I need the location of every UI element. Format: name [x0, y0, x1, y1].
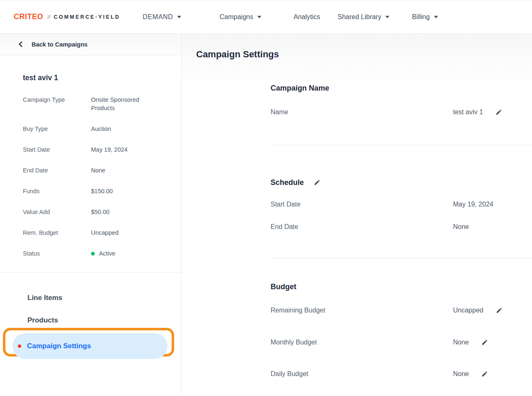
campaign-settings-panel: Campaign Settings Campaign Name Name tes… — [182, 34, 532, 396]
sidebar-item-line-items[interactable]: Line Items — [0, 287, 181, 309]
detail-row-campaign-type: Campaign Type Onsite Sponsored Products — [23, 96, 158, 112]
demand-dropdown[interactable]: DEMAND — [143, 13, 181, 21]
back-link-label: Back to Campaigns — [32, 41, 88, 48]
click-indicator-dot — [18, 344, 21, 348]
campaign-name-heading: Campaign Name — [271, 84, 532, 93]
status-active-dot-icon — [91, 252, 95, 256]
budget-heading: Budget — [271, 282, 532, 291]
chevron-down-icon — [177, 16, 181, 18]
nav-shared-library[interactable]: Shared Library — [337, 13, 389, 21]
edit-remaining-budget-button[interactable] — [496, 307, 502, 314]
monthly-budget-value: None — [453, 338, 469, 347]
section-campaign-name: Campaign Name Name test aviv 1 — [271, 84, 532, 145]
detail-row-start-date: Start Date May 19, 2024 — [23, 145, 158, 154]
setting-row-end-date: End Date None — [271, 223, 532, 231]
status-badge: Active — [99, 249, 116, 258]
campaign-sidebar: Back to Campaigns test aviv 1 Campaign T… — [0, 34, 182, 396]
nav-campaigns[interactable]: Campaigns — [219, 13, 261, 21]
detail-row-status: Status Active — [23, 249, 158, 258]
edit-schedule-button[interactable] — [314, 179, 320, 186]
criteo-logo: CRITEO — [14, 12, 43, 21]
campaign-summary: test aviv 1 Campaign Type Onsite Sponsor… — [0, 55, 181, 258]
campaign-name-title: test aviv 1 — [23, 74, 158, 82]
sidebar-item-campaign-settings[interactable]: Campaign Settings — [12, 333, 167, 359]
chevron-down-icon — [434, 16, 438, 18]
campaign-section-nav: Line Items Products Campaign Settings — [0, 273, 181, 359]
chevron-down-icon — [385, 16, 389, 18]
edit-daily-budget-button[interactable] — [481, 371, 488, 377]
setting-row-monthly-budget: Monthly Budget None — [271, 338, 532, 347]
setting-row-remaining-budget: Remaining Budget Uncapped — [271, 306, 532, 315]
chevron-left-icon — [18, 41, 23, 47]
page-title: Campaign Settings — [182, 34, 532, 60]
sidebar-item-products[interactable]: Products — [0, 309, 181, 332]
detail-row-buy-type: Buy Type Auction — [23, 125, 158, 133]
edit-monthly-budget-button[interactable] — [481, 339, 488, 346]
main-nav: DEMAND Campaigns Analytics Shared Librar… — [120, 13, 438, 21]
nav-billing[interactable]: Billing — [412, 13, 438, 21]
detail-row-end-date: End Date None — [23, 166, 158, 175]
schedule-heading: Schedule — [271, 178, 304, 187]
daily-budget-value: None — [453, 370, 469, 378]
start-date-value: May 19, 2024 — [453, 200, 493, 209]
nav-analytics[interactable]: Analytics — [293, 13, 320, 21]
setting-row-daily-budget: Daily Budget None — [271, 370, 532, 378]
edit-name-button[interactable] — [495, 109, 502, 116]
brand-separator: // — [47, 14, 50, 20]
remaining-budget-value: Uncapped — [453, 306, 483, 315]
product-name: COMMERCE-YIELD — [54, 14, 120, 20]
brand-logo[interactable]: CRITEO // COMMERCE-YIELD — [14, 12, 120, 21]
top-navigation-bar: CRITEO // COMMERCE-YIELD DEMAND Campaign… — [0, 0, 532, 34]
detail-row-rem-budget: Rem. Budget Uncapped — [23, 229, 158, 237]
chevron-down-icon — [257, 16, 261, 18]
detail-row-funds: Funds $150.00 — [23, 187, 158, 195]
name-value: test aviv 1 — [453, 108, 483, 116]
section-budget: Budget Remaining Budget Uncapped Monthly… — [271, 282, 532, 378]
section-schedule: Schedule Start Date May 19, 2024 End Dat… — [271, 178, 532, 258]
setting-row-name: Name test aviv 1 — [271, 108, 532, 116]
end-date-value: None — [453, 223, 469, 231]
detail-row-value-add: Value Add $50.00 — [23, 208, 158, 216]
setting-row-start-date: Start Date May 19, 2024 — [271, 200, 532, 209]
back-to-campaigns-link[interactable]: Back to Campaigns — [0, 34, 181, 55]
